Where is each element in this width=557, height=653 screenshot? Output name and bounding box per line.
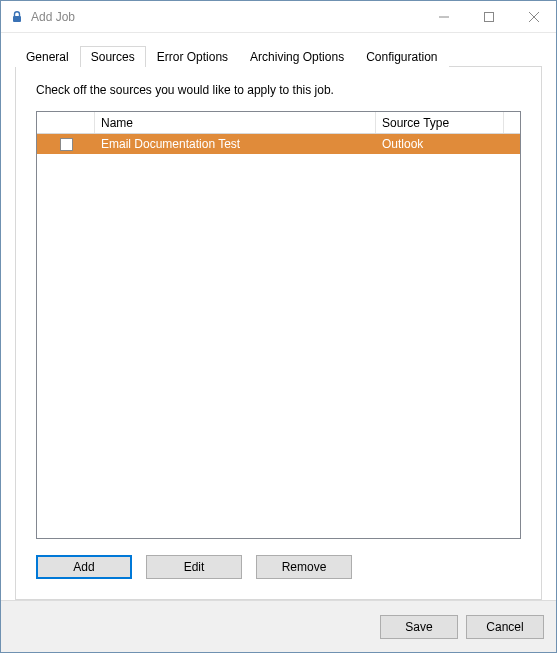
- tab-configuration[interactable]: Configuration: [355, 46, 448, 67]
- dialog-footer: Save Cancel: [1, 600, 556, 652]
- window-title: Add Job: [31, 10, 75, 24]
- svg-rect-0: [13, 16, 21, 22]
- row-name: Email Documentation Test: [95, 137, 376, 151]
- instructions-text: Check off the sources you would like to …: [36, 83, 521, 97]
- edit-button[interactable]: Edit: [146, 555, 242, 579]
- window: Add Job General Sources Error Options Ar…: [0, 0, 557, 653]
- remove-button[interactable]: Remove: [256, 555, 352, 579]
- titlebar: Add Job: [1, 1, 556, 33]
- tab-sources[interactable]: Sources: [80, 46, 146, 67]
- sources-grid: Name Source Type Email Documentation Tes…: [36, 111, 521, 539]
- row-type: Outlook: [376, 137, 520, 151]
- save-button[interactable]: Save: [380, 615, 458, 639]
- grid-action-row: Add Edit Remove: [36, 555, 521, 579]
- table-row[interactable]: Email Documentation Test Outlook: [37, 134, 520, 154]
- tab-general[interactable]: General: [15, 46, 80, 67]
- maximize-button[interactable]: [466, 2, 511, 32]
- column-header-type[interactable]: Source Type: [376, 112, 504, 133]
- tab-panel-sources: Check off the sources you would like to …: [15, 66, 542, 600]
- grid-header: Name Source Type: [37, 112, 520, 134]
- tab-bar: General Sources Error Options Archiving …: [15, 43, 542, 66]
- grid-body: Email Documentation Test Outlook: [37, 134, 520, 538]
- close-button[interactable]: [511, 2, 556, 32]
- row-checkbox[interactable]: [60, 138, 73, 151]
- column-header-pad: [504, 112, 520, 133]
- content-area: General Sources Error Options Archiving …: [1, 33, 556, 600]
- cancel-button[interactable]: Cancel: [466, 615, 544, 639]
- tab-error-options[interactable]: Error Options: [146, 46, 239, 67]
- column-header-name[interactable]: Name: [95, 112, 376, 133]
- tab-archiving-options[interactable]: Archiving Options: [239, 46, 355, 67]
- lock-icon: [9, 9, 25, 25]
- add-button[interactable]: Add: [36, 555, 132, 579]
- row-checkbox-cell: [37, 138, 95, 151]
- svg-rect-2: [484, 12, 493, 21]
- minimize-button[interactable]: [421, 2, 466, 32]
- column-header-checkbox[interactable]: [37, 112, 95, 133]
